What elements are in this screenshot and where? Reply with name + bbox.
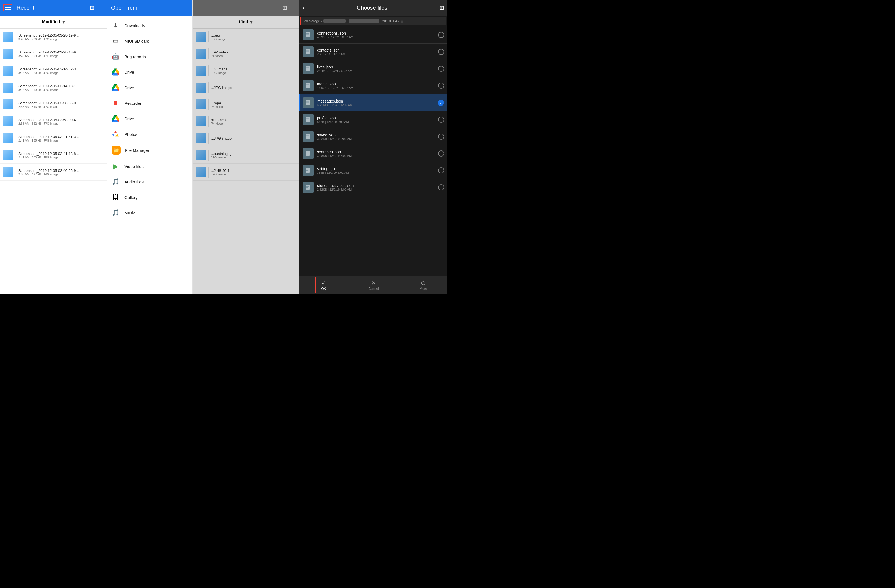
choose-file-item[interactable]: connections.json 43.98KB | 12/2/19 6:02 … bbox=[299, 27, 448, 44]
file-radio-4[interactable]: ✓ bbox=[438, 100, 444, 106]
svg-rect-13 bbox=[306, 83, 309, 88]
bg-file-thumb-6 bbox=[196, 117, 206, 126]
choose-file-item[interactable]: contacts.json 2B | 12/2/19 6:02 AM bbox=[299, 44, 448, 61]
bg-file-name-4: ...JPG image bbox=[211, 86, 296, 90]
bg-file-info-5: ...mp4 P4 video bbox=[211, 101, 296, 108]
file-info-8: Screenshot_2019-12-05-02-40-26-9... 2:40… bbox=[18, 168, 103, 176]
file-type-4: JPG image bbox=[44, 105, 58, 108]
drawer-label-4: Drive bbox=[124, 85, 134, 90]
bg-file-divider bbox=[208, 31, 209, 42]
choose-file-name-1: contacts.json bbox=[317, 48, 435, 52]
sort-chevron-icon[interactable]: ▾ bbox=[62, 19, 65, 25]
file-radio-0[interactable] bbox=[438, 32, 444, 38]
drawer-item-photos[interactable]: Photos bbox=[107, 126, 192, 142]
choose-grid-icon[interactable]: ⊞ bbox=[440, 5, 444, 11]
drawer-item-miui-sd-card[interactable]: ▭ MIUI SD card bbox=[107, 33, 192, 49]
back-button[interactable]: ‹ bbox=[303, 4, 305, 11]
recent-file-item[interactable]: Screenshot_2019-12-05-02-41-41-3... 2:41… bbox=[0, 130, 107, 147]
choose-file-item[interactable]: media.json 47.97KB | 12/2/19 6:02 AM bbox=[299, 77, 448, 94]
recent-file-item[interactable]: Screenshot_2019-12-05-03-14-32-3... 3:14… bbox=[0, 62, 107, 79]
recent-title: Recent bbox=[17, 5, 85, 11]
bg-file-info-7: ...JPG image bbox=[211, 136, 296, 141]
file-thumb-3 bbox=[3, 83, 13, 92]
drawer-item-bug-reports[interactable]: 🤖 Bug reports bbox=[107, 49, 192, 64]
music-icon: 🎵 bbox=[112, 209, 120, 217]
bg-file-thumb-2 bbox=[196, 49, 206, 59]
file-time-6: 2:41 AM bbox=[18, 139, 29, 142]
choose-file-item[interactable]: searches.json 3.98KB | 12/2/19 6:02 AM bbox=[299, 145, 448, 162]
file-radio-2[interactable] bbox=[438, 66, 444, 72]
recent-file-item[interactable]: Screenshot_2019-12-05-03-28-19-9... 3:28… bbox=[0, 29, 107, 45]
recent-file-item[interactable]: Screenshot_2019-12-05-03-14-13-1... 3:14… bbox=[0, 79, 107, 96]
more-button[interactable]: ⊙ More bbox=[415, 279, 431, 292]
bg-more-icon[interactable]: ⋮ bbox=[290, 5, 296, 11]
svg-point-0 bbox=[114, 133, 117, 135]
drawer-item-downloads[interactable]: ⬇ Downloads bbox=[107, 18, 192, 33]
choose-file-item[interactable]: likes.json 2.04MB | 12/2/19 6:02 AM bbox=[299, 61, 448, 77]
file-type-7: JPG image bbox=[44, 156, 58, 159]
drawer-icon-0: ⬇ bbox=[111, 21, 120, 30]
recent-file-item[interactable]: Screenshot_2019-12-05-02-41-18-8... 2:41… bbox=[0, 147, 107, 164]
drawer-item-recorder[interactable]: ⏺ Recorder bbox=[107, 95, 192, 111]
drawer-icon-11: 🖼 bbox=[111, 193, 120, 202]
choose-footer: ✓ OK ✕ Cancel ⊙ More bbox=[299, 276, 448, 294]
drawer-item-music[interactable]: 🎵 Music bbox=[107, 205, 192, 221]
drawer-item-drive[interactable]: Drive bbox=[107, 80, 192, 95]
bg-sort-chevron-icon[interactable]: ▾ bbox=[250, 19, 253, 25]
choose-file-name-8: settings.json bbox=[317, 167, 435, 171]
bg-file-type: JPG image bbox=[211, 38, 226, 41]
drawer-item-audio-files[interactable]: 🎵 Audio files bbox=[107, 174, 192, 189]
file-radio-7[interactable] bbox=[438, 150, 444, 156]
breadcrumb-grid-icon[interactable]: ⊞ bbox=[400, 19, 404, 23]
svg-rect-11 bbox=[306, 68, 309, 68]
svg-rect-28 bbox=[306, 136, 308, 137]
svg-rect-40 bbox=[306, 187, 308, 188]
more-icon: ⊙ bbox=[421, 280, 426, 286]
file-time-8: 2:40 AM bbox=[18, 173, 29, 176]
choose-file-item[interactable]: stories_activities.json 2.52KB | 12/2/19… bbox=[299, 179, 448, 196]
drawer-item-gallery[interactable]: 🖼 Gallery bbox=[107, 189, 192, 205]
drawer-icon-6 bbox=[111, 114, 120, 123]
drawer-icon-3 bbox=[111, 68, 120, 76]
recent-file-item[interactable]: Screenshot_2019-12-05-03-28-13-9... 3:28… bbox=[0, 45, 107, 62]
drawer-label-5: Recorder bbox=[124, 101, 142, 106]
bg-file-thumb-5 bbox=[196, 100, 206, 109]
bg-grid-icon[interactable]: ⊞ bbox=[282, 5, 287, 11]
drawer-label-9: Video files bbox=[124, 164, 144, 169]
drawer-item-drive[interactable]: Drive bbox=[107, 111, 192, 126]
drive-icon bbox=[112, 84, 120, 91]
file-radio-3[interactable] bbox=[438, 83, 444, 89]
file-radio-6[interactable] bbox=[438, 133, 444, 139]
file-type-5: JPG image bbox=[44, 122, 58, 125]
choose-file-item[interactable]: settings.json 355B | 12/2/19 6:02 AM bbox=[299, 162, 448, 179]
choose-file-icon-0 bbox=[303, 29, 314, 41]
bg-file-item-3: ...G image JPG image bbox=[193, 62, 299, 79]
choose-file-item[interactable]: profile.json 572B | 12/2/19 6:02 AM bbox=[299, 111, 448, 128]
ok-button[interactable]: ✓ OK bbox=[315, 277, 332, 294]
menu-button[interactable] bbox=[3, 4, 12, 11]
choose-file-info-0: connections.json 43.98KB | 12/2/19 6:02 … bbox=[317, 31, 435, 39]
drawer-item-video-files[interactable]: ▶ Video files bbox=[107, 159, 192, 174]
drawer-label-10: Audio files bbox=[124, 180, 144, 184]
grid-view-button[interactable]: ⊞ bbox=[90, 5, 94, 11]
file-name-1: Screenshot_2019-12-05-03-28-13-9... bbox=[18, 50, 103, 54]
cancel-button[interactable]: ✕ Cancel bbox=[364, 279, 383, 292]
choose-file-item[interactable]: saved.json 3.32KB | 12/2/19 6:02 AM bbox=[299, 128, 448, 145]
more-options-button[interactable]: ⋮ bbox=[98, 5, 103, 11]
file-radio-5[interactable] bbox=[438, 117, 444, 123]
drawer-item-drive[interactable]: Drive bbox=[107, 64, 192, 80]
choose-file-info-5: profile.json 572B | 12/2/19 6:02 AM bbox=[317, 116, 435, 124]
choose-file-item[interactable]: messages.json 6.29MB | 12/2/19 6:02 AM ✓ bbox=[299, 94, 448, 111]
choose-file-name-3: media.json bbox=[317, 82, 435, 86]
svg-rect-33 bbox=[306, 168, 309, 173]
drawer-item-file-manager[interactable]: 📁 File Manager bbox=[107, 142, 192, 159]
recent-file-item[interactable]: Screenshot_2019-12-05-02-58-00-4... 2:58… bbox=[0, 113, 107, 130]
file-radio-1[interactable] bbox=[438, 49, 444, 55]
cancel-label: Cancel bbox=[369, 287, 379, 291]
recent-file-item[interactable]: Screenshot_2019-12-05-02-58-56-0... 2:58… bbox=[0, 96, 107, 113]
recent-file-item[interactable]: Screenshot_2019-12-05-02-40-26-9... 2:40… bbox=[0, 164, 107, 181]
choose-file-name-5: profile.json bbox=[317, 116, 435, 120]
file-radio-9[interactable] bbox=[438, 184, 444, 190]
drawer-icon-2: 🤖 bbox=[111, 52, 120, 61]
file-radio-8[interactable] bbox=[438, 167, 444, 173]
